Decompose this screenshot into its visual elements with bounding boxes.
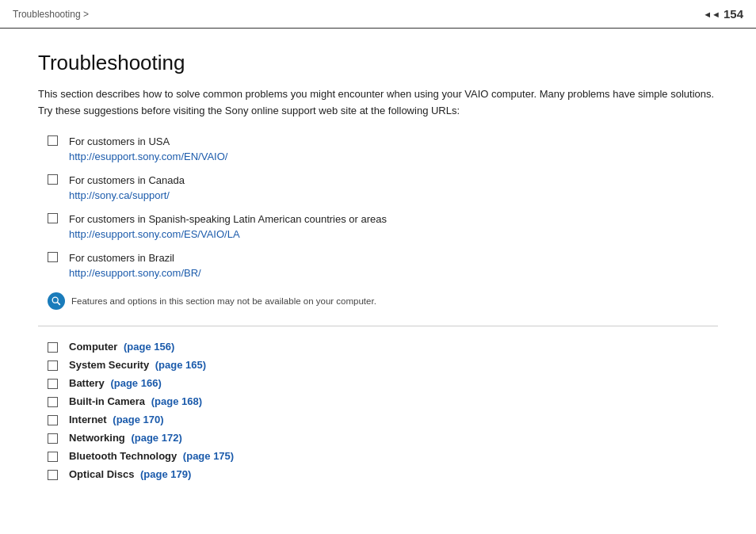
topic-link[interactable]: (page 166) (110, 377, 161, 389)
topic-item: Internet (page 170) (48, 414, 718, 425)
topic-item: Bluetooth Technology (page 175) (48, 450, 718, 462)
bullet-checkbox (48, 135, 58, 146)
page-arrow-icon: ◄◄ (703, 10, 720, 19)
support-link-label: For customers in Brazil (69, 250, 201, 266)
support-link-item: For customers in Canadahttp://sony.ca/su… (48, 173, 718, 204)
topic-link[interactable]: (page 175) (183, 450, 234, 462)
svg-line-1 (57, 302, 59, 304)
topic-label: Optical Discs (page 179) (69, 468, 191, 480)
topic-label: Battery (page 166) (69, 377, 162, 389)
support-link-label: For customers in USA (69, 134, 227, 150)
page-title: Troubleshooting (38, 51, 718, 75)
topic-label: Computer (page 156) (69, 341, 174, 353)
topic-item: Battery (page 166) (48, 377, 718, 389)
support-link-label: For customers in Spanish-speaking Latin … (69, 212, 387, 227)
support-link-url[interactable]: http://esupport.sony.com/EN/VAIO/ (69, 149, 227, 165)
breadcrumb: Troubleshooting > (13, 9, 89, 20)
topic-label: Bluetooth Technology (page 175) (69, 450, 234, 462)
topic-label: System Security (page 165) (69, 359, 206, 371)
support-link-url[interactable]: http://esupport.sony.com/ES/VAIO/LA (69, 227, 387, 242)
topic-link[interactable]: (page 165) (155, 359, 206, 371)
support-link-item: For customers in USAhttp://esupport.sony… (48, 134, 718, 165)
support-link-item: For customers in Brazilhttp://esupport.s… (48, 250, 718, 281)
support-link-label: For customers in Canada (69, 173, 185, 189)
topic-checkbox (48, 342, 58, 353)
divider (38, 326, 718, 326)
topic-item: Built-in Camera (page 168) (48, 395, 718, 407)
page-number: 154 (724, 7, 743, 21)
topic-checkbox (48, 379, 58, 389)
note-section: Features and options in this section may… (48, 292, 718, 310)
note-icon (48, 292, 65, 310)
topic-checkbox (48, 470, 58, 480)
topic-label: Internet (page 170) (69, 414, 164, 425)
topics-list: Computer (page 156)System Security (page… (48, 341, 718, 480)
bullet-checkbox (48, 174, 58, 185)
support-link-item: For customers in Spanish-speaking Latin … (48, 212, 718, 242)
topic-item: Optical Discs (page 179) (48, 468, 718, 480)
topic-checkbox (48, 415, 58, 425)
bullet-checkbox (48, 252, 58, 262)
topic-checkbox (48, 397, 58, 407)
support-links-list: For customers in USAhttp://esupport.sony… (48, 134, 718, 281)
topic-label: Built-in Camera (page 168) (69, 395, 202, 407)
topic-link[interactable]: (page 168) (151, 395, 202, 407)
breadcrumb-bar: Troubleshooting > ◄◄ 154 (0, 0, 756, 29)
support-link-url[interactable]: http://sony.ca/support/ (69, 188, 185, 204)
topic-link[interactable]: (page 172) (131, 432, 181, 444)
topic-item: Computer (page 156) (48, 341, 718, 353)
search-icon (51, 296, 62, 307)
intro-text: This section describes how to solve comm… (38, 86, 718, 120)
topic-item: Networking (page 172) (48, 432, 718, 444)
topic-link[interactable]: (page 170) (113, 414, 163, 425)
note-text: Features and options in this section may… (71, 292, 376, 307)
topic-item: System Security (page 165) (48, 359, 718, 371)
page-number-container: ◄◄ 154 (703, 7, 743, 21)
topic-checkbox (48, 452, 58, 462)
topic-checkbox (48, 360, 58, 371)
main-content: Troubleshooting This section describes h… (0, 29, 756, 518)
topic-link[interactable]: (page 156) (124, 341, 174, 353)
topic-link[interactable]: (page 179) (140, 468, 191, 480)
support-link-url[interactable]: http://esupport.sony.com/BR/ (69, 265, 201, 281)
bullet-checkbox (48, 213, 58, 223)
topic-checkbox (48, 433, 58, 444)
topic-label: Networking (page 172) (69, 432, 182, 444)
